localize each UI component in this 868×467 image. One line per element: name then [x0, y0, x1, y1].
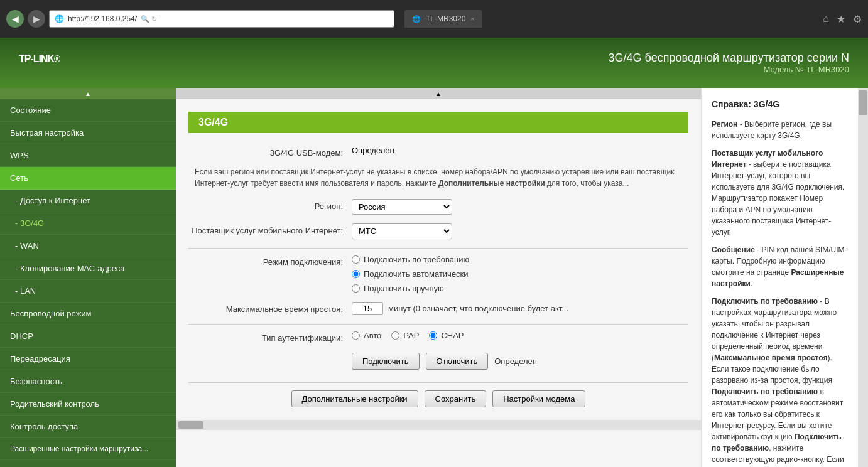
sidebar-item-advanced-routing[interactable]: Расширенные настройки маршрутиза...	[0, 438, 176, 460]
logo-tm: ®	[54, 54, 60, 64]
sidebar-item-parental[interactable]: Родительский контроль	[0, 393, 176, 416]
isp-select[interactable]: МТС Билайн Мегафон Теле2	[352, 223, 452, 239]
radio-auth-auto-input[interactable]	[352, 331, 360, 340]
sidebar-item-wps[interactable]: WPS	[0, 144, 176, 167]
region-label: Регион:	[188, 199, 352, 211]
radio-auto-input[interactable]	[352, 270, 360, 278]
sidebar-item-wan[interactable]: - WAN	[0, 235, 176, 257]
model-number: Модель № TL-MR3020	[609, 65, 849, 74]
section-title: 3G/4G	[188, 112, 688, 133]
bottom-scrollbar[interactable]	[176, 420, 701, 430]
sidebar-item-forwarding[interactable]: Переадресация	[0, 348, 176, 370]
sidebar-item-security[interactable]: Безопасность	[0, 370, 176, 393]
favorites-icon[interactable]: ★	[837, 13, 845, 25]
radio-auto[interactable]: Подключить автоматически	[352, 269, 688, 279]
radio-auth-auto-label: Авто	[364, 331, 381, 340]
settings-icon[interactable]: ⚙	[853, 13, 862, 25]
main-scroll-up[interactable]: ▲	[176, 88, 701, 99]
radio-manual[interactable]: Подключить вручную	[352, 284, 688, 293]
search-icon[interactable]: 🔍	[141, 15, 149, 23]
help-maxidle-ref: Максимальное время простоя	[714, 353, 827, 362]
main-content: ▲ 3G/4G 3G/4G USB-модем: Определен Если …	[176, 88, 701, 467]
sidebar-item-bandwidth[interactable]: Контроль пропускной способности	[0, 460, 176, 467]
max-idle-input[interactable]	[352, 302, 383, 315]
radio-on-demand-label: Подключить по требованию	[364, 255, 469, 264]
sidebar-item-status[interactable]: Состояние	[0, 99, 176, 122]
sidebar-scroll-up[interactable]: ▲	[0, 88, 176, 99]
forward-button[interactable]: ▶	[28, 10, 45, 28]
address-icon: 🌐	[55, 14, 64, 23]
help-ondemand-label: Подключить по требованию	[712, 297, 818, 306]
region-row: Регион: Россия Европа США Азия	[188, 199, 688, 215]
info-text-after: для того, чтобы указа...	[545, 179, 629, 188]
connect-row: Подключить Отключить Определен	[188, 353, 688, 370]
sidebar-item-network[interactable]: Сеть	[0, 167, 176, 190]
sidebar-item-mac-clone[interactable]: - Клонирование МАС-адреса	[0, 257, 176, 280]
usb-modem-label: 3G/4G USB-модем:	[188, 146, 352, 158]
tab-title: TL-MR3020	[426, 14, 465, 23]
sidebar-item-quick-setup[interactable]: Быстрая настройка	[0, 122, 176, 144]
info-text: Если ваш регион или поставщик Интернет-у…	[188, 166, 688, 189]
help-para-2: Поставщик услуг мобильного Интернет - вы…	[712, 148, 848, 238]
max-idle-label: Максимальное время простоя:	[188, 302, 352, 314]
router-header: TP-LINK® 3G/4G беспроводной маршрутизато…	[0, 38, 868, 88]
connect-button[interactable]: Подключить	[352, 353, 420, 370]
divider-2	[188, 324, 688, 325]
sidebar-item-wireless[interactable]: Беспроводной режим	[0, 303, 176, 325]
scrollbar-thumb[interactable]	[859, 90, 867, 115]
logo-text: TP-LINK	[19, 53, 54, 64]
radio-auth-pap-label: PAP	[403, 331, 419, 340]
tab-close-button[interactable]: ×	[470, 15, 474, 23]
tab-bar: 🌐 TL-MR3020 ×	[404, 10, 482, 28]
region-select[interactable]: Россия Европа США Азия	[352, 199, 452, 215]
auth-group: Авто PAP CHAP	[352, 331, 688, 340]
sidebar-item-3g4g[interactable]: - 3G/4G	[0, 212, 176, 235]
radio-auth-pap-input[interactable]	[391, 331, 399, 340]
radio-auth-chap-label: CHAP	[441, 331, 464, 340]
back-button[interactable]: ◀	[6, 10, 24, 28]
bottom-buttons: Дополнительные настройки Сохранить Настр…	[188, 382, 688, 407]
max-idle-control: минут (0 означает, что подключение будет…	[352, 302, 688, 315]
sidebar-item-internet-access[interactable]: - Доступ к Интернет	[0, 190, 176, 212]
modem-settings-button[interactable]: Настройки модема	[492, 390, 585, 407]
connection-mode-group: Подключить по требованию Подключить авто…	[352, 255, 688, 293]
connection-mode-row: Режим подключения: Подключить по требова…	[188, 255, 688, 293]
help-title: Справка: 3G/4G	[712, 98, 848, 111]
right-scrollbar[interactable]	[858, 88, 868, 467]
refresh-icon[interactable]: ↻	[151, 15, 157, 23]
help-msg-label: Сообщение	[712, 245, 755, 254]
save-button[interactable]: Сохранить	[425, 390, 487, 407]
tab-favicon: 🌐	[412, 15, 421, 23]
timeout-row: минут (0 означает, что подключение будет…	[352, 302, 688, 315]
advanced-settings-button[interactable]: Дополнительные настройки	[291, 390, 418, 407]
home-icon[interactable]: ⌂	[823, 13, 829, 25]
isp-label: Поставщик услуг мобильного Интернет:	[188, 223, 352, 235]
browser-tab[interactable]: 🌐 TL-MR3020 ×	[404, 10, 482, 28]
radio-auth-chap[interactable]: CHAP	[429, 331, 464, 340]
radio-on-demand-input[interactable]	[352, 255, 360, 264]
radio-auth-pap[interactable]: PAP	[391, 331, 419, 340]
divider-1	[188, 248, 688, 249]
router-model-info: 3G/4G беспроводной маршрутизатор серии N…	[609, 51, 849, 74]
help-panel: Справка: 3G/4G Регион - Выберите регион,…	[701, 88, 858, 467]
help-adv-settings-ref: Расширенные настройки	[712, 268, 844, 288]
address-bar[interactable]: 🌐 http://192.168.0.254/ 🔍 ↻	[49, 10, 394, 28]
h-scroll-thumb[interactable]	[178, 421, 203, 429]
radio-manual-input[interactable]	[352, 284, 360, 293]
browser-actions: ⌂ ★ ⚙	[823, 13, 862, 25]
auth-control: Авто PAP CHAP	[352, 331, 688, 340]
radio-on-demand[interactable]: Подключить по требованию	[352, 255, 688, 264]
sidebar-item-access-control[interactable]: Контроль доступа	[0, 416, 176, 438]
disconnect-button[interactable]: Отключить	[426, 353, 489, 370]
info-link[interactable]: Дополнительные настройки	[438, 179, 545, 188]
auth-label: Тип аутентификации:	[188, 331, 352, 343]
sidebar-item-lan[interactable]: - LAN	[0, 280, 176, 303]
sidebar-item-dhcp[interactable]: DHCP	[0, 325, 176, 348]
connection-mode-label: Режим подключения:	[188, 255, 352, 267]
max-idle-row: Максимальное время простоя: минут (0 озн…	[188, 302, 688, 315]
help-para-1: Регион - Выберите регион, где вы использ…	[712, 119, 848, 141]
radio-auth-auto[interactable]: Авто	[352, 331, 381, 340]
help-ondemand-ref: Подключить по требованию	[712, 387, 818, 396]
radio-auth-chap-input[interactable]	[429, 331, 437, 340]
connection-mode-control: Подключить по требованию Подключить авто…	[352, 255, 688, 293]
